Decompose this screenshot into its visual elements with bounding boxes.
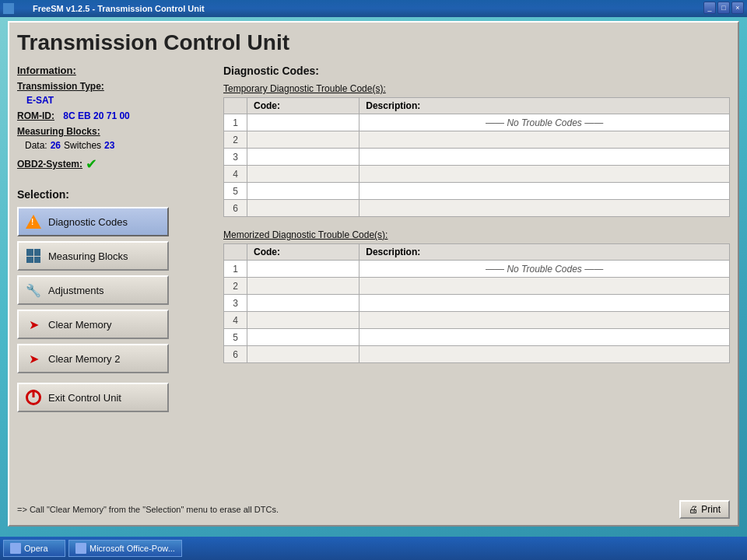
table-row: 5 [224, 329, 730, 346]
table-row: 4 [224, 312, 730, 329]
measuring-blocks-button[interactable]: Measuring Blocks [17, 241, 169, 271]
transmission-type-value-row: E-SAT [26, 95, 212, 106]
status-text: => Call "Clear Memory" from the "Selecti… [17, 505, 279, 514]
main-window: Transmission Control Unit Information: T… [8, 21, 739, 527]
temporary-dtc-table: Code: Description: 1—— No Trouble Codes … [223, 97, 730, 217]
arrow-icon: ➤ [29, 317, 39, 332]
code-cell [247, 329, 359, 346]
temporary-dtc-title: Temporary Diagnostic Trouble Code(s): [223, 83, 730, 94]
warning-icon [25, 213, 42, 230]
row-number: 5 [224, 329, 247, 346]
right-panel: Diagnostic Codes: Temporary Diagnostic T… [223, 65, 730, 516]
table-row: 3 [224, 295, 730, 312]
window-title: FreeSM v1.2.5 - Transmission Control Uni… [33, 4, 205, 13]
table-row: 2 [224, 131, 730, 149]
row-number: 5 [224, 183, 247, 200]
grid-shape [26, 249, 40, 263]
transmission-type-row: Transmission Type: [17, 81, 212, 92]
measuring-blocks-label: Measuring Blocks: [17, 126, 100, 137]
page-title: Transmission Control Unit [17, 30, 730, 55]
left-panel: Information: Transmission Type: E-SAT RO… [17, 65, 212, 516]
print-label: Print [701, 504, 721, 515]
description-cell [359, 329, 730, 346]
clear-memory-label: Clear Memory [48, 319, 112, 331]
clear-memory-2-label: Clear Memory 2 [48, 353, 120, 365]
code-cell [247, 261, 359, 278]
description-cell: —— No Trouble Codes —— [359, 114, 730, 131]
memorized-dtc-table: Code: Description: 1—— No Trouble Codes … [223, 243, 730, 363]
adjustments-label: Adjustments [48, 285, 104, 296]
measuring-values-row: Data: 26 Switches 23 [25, 140, 212, 151]
diagnostic-codes-button[interactable]: Diagnostic Codes [17, 207, 169, 236]
description-cell [359, 200, 730, 217]
temp-col-num [224, 98, 247, 114]
diagnostic-codes-header: Diagnostic Codes: [223, 65, 730, 77]
table-row: 4 [224, 166, 730, 183]
row-number: 2 [224, 131, 247, 149]
app-icon [3, 3, 14, 14]
description-cell [359, 346, 730, 363]
clear-memory-button[interactable]: ➤ Clear Memory [17, 310, 169, 339]
data-label: Data: [25, 140, 47, 151]
office-label: Microsoft Office-Pow... [89, 544, 175, 553]
info-section-title: Information: [17, 65, 212, 76]
printer-icon: 🖨 [689, 504, 698, 515]
clear-memory-2-button[interactable]: ➤ Clear Memory 2 [17, 344, 169, 373]
opera-label: Opera [24, 544, 48, 553]
clear-memory-2-icon: ➤ [25, 350, 42, 367]
clear-memory-icon: ➤ [25, 316, 42, 333]
code-cell [247, 346, 359, 363]
row-number: 2 [224, 278, 247, 295]
window-controls[interactable]: _ □ × [703, 2, 744, 14]
row-number: 1 [224, 114, 247, 131]
row-number: 3 [224, 149, 247, 166]
arrow-2-icon: ➤ [29, 352, 39, 366]
rom-id-label: ROM-ID: [17, 110, 54, 121]
exit-control-unit-button[interactable]: Exit Control Unit [17, 383, 169, 412]
content-area: Information: Transmission Type: E-SAT RO… [17, 65, 730, 516]
power-icon [25, 389, 42, 406]
row-number: 6 [224, 200, 247, 217]
status-bar: => Call "Clear Memory" from the "Selecti… [17, 500, 730, 519]
row-number: 6 [224, 346, 247, 363]
table-row: 6 [224, 346, 730, 363]
switches-label: Switches [64, 140, 101, 151]
exit-label: Exit Control Unit [48, 392, 121, 404]
row-number: 4 [224, 166, 247, 183]
temporary-dtc-section: Temporary Diagnostic Trouble Code(s): Co… [223, 83, 730, 217]
description-cell [359, 131, 730, 149]
person-icon: 🔧 [25, 282, 42, 299]
table-row: 2 [224, 278, 730, 295]
description-cell [359, 312, 730, 329]
code-cell [247, 131, 359, 149]
close-button[interactable]: × [731, 2, 744, 14]
memorized-dtc-title: Memorized Diagnostic Trouble Code(s): [223, 229, 730, 240]
mem-col-code: Code: [247, 244, 359, 261]
warning-triangle [26, 215, 41, 229]
row-number: 1 [224, 261, 247, 278]
row-number: 3 [224, 295, 247, 312]
switches-value: 23 [104, 140, 114, 151]
mem-col-description: Description: [359, 244, 730, 261]
description-cell [359, 166, 730, 183]
diagnostic-codes-label: Diagnostic Codes [48, 216, 128, 228]
info-section: Information: Transmission Type: E-SAT RO… [17, 65, 212, 173]
mem-col-num [224, 244, 247, 261]
taskbar-item-opera[interactable]: Opera [3, 540, 65, 557]
transmission-type-label: Transmission Type: [17, 81, 104, 92]
office-icon [75, 543, 86, 554]
maximize-button[interactable]: □ [717, 2, 730, 14]
obd2-row: OBD2-System: ✔ [17, 156, 212, 173]
rom-id-row: ROM-ID: 8C EB 20 71 00 [17, 110, 212, 121]
code-cell [247, 200, 359, 217]
minimize-button[interactable]: _ [703, 2, 716, 14]
print-button[interactable]: 🖨 Print [679, 500, 730, 519]
taskbar-item-office[interactable]: Microsoft Office-Pow... [68, 540, 182, 557]
adjustments-button[interactable]: 🔧 Adjustments [17, 275, 169, 305]
transmission-type-value: E-SAT [26, 95, 54, 106]
table-row: 5 [224, 183, 730, 200]
code-cell [247, 166, 359, 183]
code-cell [247, 149, 359, 166]
description-cell [359, 183, 730, 200]
grid-icon [25, 247, 42, 264]
